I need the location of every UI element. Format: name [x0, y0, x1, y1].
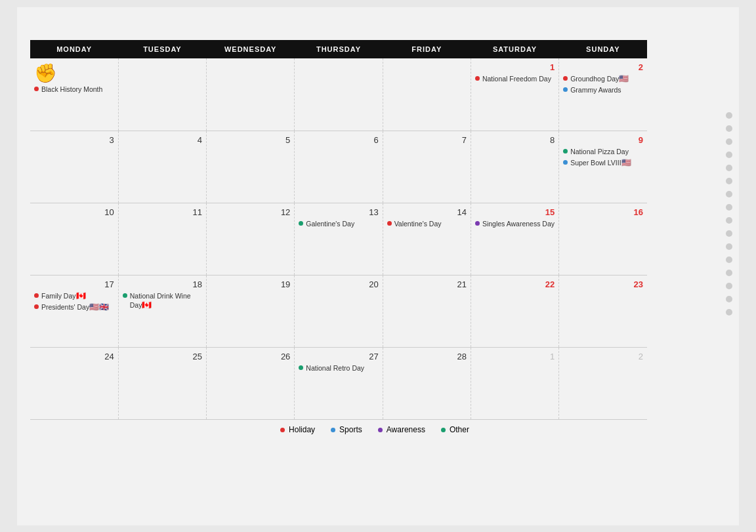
blue-dot — [563, 160, 568, 165]
day-number: 21 — [387, 279, 467, 289]
day-cell: 14Valentine's Day — [383, 203, 471, 275]
legend-item: Other — [441, 425, 469, 434]
day-cell: 2 — [559, 347, 647, 419]
day-cell: 10 — [30, 203, 118, 275]
calendar-header: MONDAYTUESDAYWEDNESDAYTHURSDAYFRIDAYSATU… — [30, 40, 647, 58]
column-header-tuesday: TUESDAY — [118, 40, 206, 58]
teal-dot — [563, 149, 568, 153]
day-cell: 18National Drink Wine Day 🇨🇦 — [118, 275, 206, 347]
calendar-event: Grammy Awards — [563, 86, 643, 95]
column-header-saturday: SATURDAY — [471, 40, 558, 58]
red-dot — [387, 221, 392, 226]
day-cell: 21 — [383, 275, 471, 347]
day-cell: 16 — [559, 203, 647, 275]
event-text: Family Day 🇨🇦 — [41, 292, 86, 301]
sidebar-nav-dot[interactable] — [726, 230, 732, 237]
legend-item: Sports — [331, 425, 362, 434]
blue-dot — [563, 87, 568, 92]
legend-label: Awareness — [387, 425, 425, 434]
event-text: National Retro Day — [306, 364, 364, 373]
fist-icon: ✊ — [34, 62, 114, 84]
sidebar-nav-dot[interactable] — [726, 125, 732, 132]
sidebar-dots — [726, 112, 732, 316]
calendar-event: Galentine's Day — [299, 220, 378, 229]
day-cell: 9National Pizza DaySuper Bowl LVIII 🇺🇸 — [559, 131, 647, 203]
day-cell: 19 — [207, 275, 295, 347]
day-number: 3 — [34, 135, 114, 145]
day-cell — [295, 58, 383, 131]
day-cell: 17Family Day 🇨🇦Presidents' Day 🇺🇸 🇬🇧 — [30, 275, 118, 347]
day-cell: 1National Freedom Day — [471, 58, 558, 131]
day-cell: 2Groundhog Day 🇺🇸Grammy Awards — [559, 58, 647, 131]
main-area: MONDAYTUESDAYWEDNESDAYTHURSDAYFRIDAYSATU… — [30, 40, 719, 420]
sidebar-nav-dot[interactable] — [726, 204, 732, 211]
sidebar-nav-dot[interactable] — [726, 152, 732, 158]
teal-dot — [123, 293, 127, 298]
sidebar-nav-dot[interactable] — [726, 138, 732, 145]
sidebar-nav-dot[interactable] — [726, 178, 732, 184]
flag-icon: 🇬🇧 — [99, 303, 109, 311]
day-cell: 4 — [118, 131, 206, 203]
day-number: 22 — [475, 279, 555, 289]
day-cell: 28 — [383, 347, 471, 419]
sidebar-nav-dot[interactable] — [726, 296, 732, 302]
sidebar-nav-dot[interactable] — [726, 270, 732, 276]
sidebar-nav-dot[interactable] — [726, 309, 732, 316]
day-cell: 15Singles Awareness Day — [471, 203, 558, 275]
event-text: Singles Awareness Day — [482, 220, 555, 229]
calendar-event: Family Day 🇨🇦 — [34, 292, 114, 301]
calendar-event: Groundhog Day 🇺🇸 — [563, 75, 643, 84]
day-cell — [118, 58, 206, 131]
calendar-event: National Retro Day — [299, 364, 378, 373]
flag-icon: 🇺🇸 — [619, 75, 629, 83]
sidebar-nav-dot[interactable] — [726, 112, 732, 119]
day-number: 14 — [387, 207, 467, 217]
column-header-wednesday: WEDNESDAY — [207, 40, 295, 58]
day-number: 12 — [211, 207, 290, 217]
column-header-monday: MONDAY — [30, 40, 118, 58]
sidebar-nav-dot[interactable] — [726, 165, 732, 171]
flag-icon: 🇨🇦 — [142, 301, 152, 309]
event-text: Valentine's Day — [394, 220, 442, 229]
column-header-sunday: SUNDAY — [559, 40, 647, 58]
red-dot — [475, 76, 480, 81]
column-header-thursday: THURSDAY — [295, 40, 383, 58]
week-row-1: ✊Black History Month1National Freedom Da… — [30, 58, 647, 131]
day-number: 4 — [123, 135, 202, 145]
page-wrapper: MONDAYTUESDAYWEDNESDAYTHURSDAYFRIDAYSATU… — [17, 7, 739, 525]
sidebar-nav-dot[interactable] — [726, 256, 732, 263]
calendar-event: Valentine's Day — [387, 220, 467, 229]
red-dot — [34, 293, 39, 298]
day-number: 23 — [563, 279, 643, 289]
calendar-wrapper: MONDAYTUESDAYWEDNESDAYTHURSDAYFRIDAYSATU… — [30, 40, 719, 420]
calendar-event: National Drink Wine Day 🇨🇦 — [123, 292, 202, 310]
legend: HolidaySportsAwarenessOther — [30, 425, 719, 434]
day-cell: 7 — [383, 131, 471, 203]
sidebar-nav-dot[interactable] — [726, 191, 732, 197]
calendar-table: MONDAYTUESDAYWEDNESDAYTHURSDAYFRIDAYSATU… — [30, 40, 647, 420]
day-cell — [383, 58, 471, 131]
day-cell: 8 — [471, 131, 558, 203]
sidebar-nav-dot[interactable] — [726, 283, 732, 289]
red-dot — [34, 304, 39, 309]
day-number: 18 — [123, 279, 202, 289]
event-text: Groundhog Day 🇺🇸 — [570, 75, 629, 84]
day-number: 8 — [475, 135, 555, 145]
teal-dot — [299, 365, 303, 370]
day-cell: 25 — [118, 347, 206, 419]
column-header-friday: FRIDAY — [383, 40, 471, 58]
day-number: 16 — [563, 207, 643, 217]
legend-dot — [441, 428, 446, 432]
event-text: Black History Month — [41, 85, 102, 94]
day-number: 2 — [563, 62, 643, 72]
day-number: 6 — [299, 135, 378, 145]
flag-icon: 🇺🇸 — [621, 159, 631, 167]
flag-icon: 🇺🇸 — [89, 303, 99, 311]
day-cell: 12 — [207, 203, 295, 275]
header-row: MONDAYTUESDAYWEDNESDAYTHURSDAYFRIDAYSATU… — [30, 40, 647, 58]
sidebar-nav-dot[interactable] — [726, 217, 732, 224]
legend-item: Holiday — [280, 425, 315, 434]
sidebar-nav-dot[interactable] — [726, 243, 732, 250]
day-number: 2 — [563, 352, 643, 361]
day-number: 11 — [123, 207, 202, 217]
